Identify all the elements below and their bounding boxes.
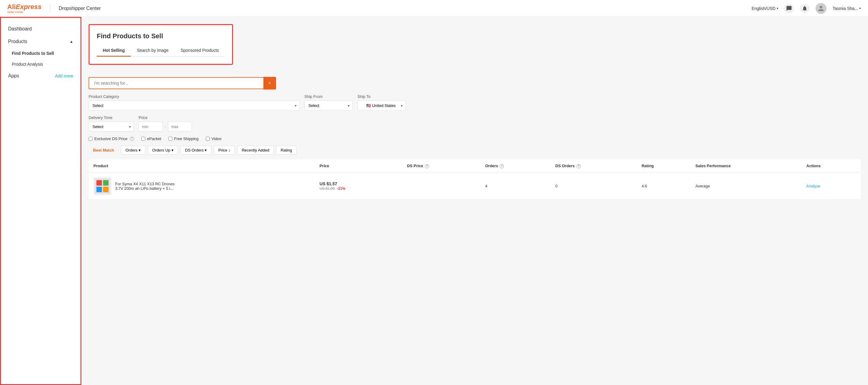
search-input[interactable] bbox=[89, 77, 264, 89]
price-cell: US $1.57 US $1.99 -21% bbox=[315, 172, 402, 199]
price-current: US $1.57 bbox=[319, 181, 397, 186]
sidebar-item-dashboard[interactable]: Dashboard bbox=[1, 23, 81, 35]
exclusive-ds-label: Exclusive DS Price bbox=[94, 136, 127, 141]
rating-cell: 4.6 bbox=[637, 172, 691, 199]
exclusive-ds-checkbox[interactable] bbox=[89, 137, 93, 141]
sort-rating[interactable]: Rating bbox=[276, 146, 297, 155]
bell-icon[interactable] bbox=[800, 4, 809, 13]
delivery-filter: Delivery Time Select bbox=[89, 116, 134, 132]
message-icon[interactable] bbox=[784, 4, 794, 13]
sidebar-item-find-products[interactable]: Find Products to Sell bbox=[1, 48, 81, 59]
price-min-input[interactable] bbox=[138, 122, 163, 132]
delivery-label: Delivery Time bbox=[89, 116, 134, 120]
video-label: Video bbox=[212, 136, 221, 141]
logo-express-text: Express bbox=[16, 3, 41, 10]
tab-sponsored-products[interactable]: Sponsored Products bbox=[175, 45, 225, 57]
ship-from-select[interactable]: Select bbox=[304, 101, 352, 110]
actions-cell: Analyze bbox=[801, 172, 861, 199]
sidebar-item-apps-row: Apps Add more bbox=[1, 70, 81, 82]
epacket-checkbox[interactable] bbox=[141, 137, 145, 141]
video-checkbox[interactable] bbox=[206, 137, 210, 141]
products-chevron-icon: ▲ bbox=[70, 39, 73, 44]
orders-help-icon: ? bbox=[500, 164, 504, 168]
ship-to-label: Ship To bbox=[358, 94, 406, 99]
orders-cell: 4 bbox=[480, 172, 551, 199]
header-title: Dropshipper Center bbox=[59, 6, 101, 11]
category-label: Product Category bbox=[89, 94, 300, 99]
search-section: Product Category Select Ship From Select bbox=[89, 77, 861, 200]
ds-orders-help-icon: ? bbox=[577, 164, 581, 168]
price-max-input[interactable] bbox=[168, 122, 192, 132]
product-cell: For Syma X4 X11 X13 RC Drones 3.7V 200m … bbox=[89, 172, 315, 199]
exclusive-ds-checkbox-item: Exclusive DS Price ? bbox=[89, 136, 134, 141]
col-orders: Orders ? bbox=[480, 159, 551, 172]
table-row: For Syma X4 X11 X13 RC Drones 3.7V 200m … bbox=[89, 172, 861, 199]
sort-orders[interactable]: Orders ▾ bbox=[121, 146, 145, 155]
orders-chevron-icon: ▾ bbox=[138, 148, 141, 153]
exclusive-ds-help-icon: ? bbox=[130, 137, 134, 141]
logo[interactable]: AliExpress Seller Center bbox=[7, 3, 41, 13]
sidebar-item-product-analysis[interactable]: Product Analysis bbox=[1, 59, 81, 70]
sidebar: Dashboard Products ▲ Find Products to Se… bbox=[0, 17, 82, 385]
avatar[interactable] bbox=[815, 3, 827, 14]
delivery-select-wrapper: Select bbox=[89, 122, 134, 132]
language-selector[interactable]: English/USD ▾ bbox=[752, 6, 778, 11]
header-right: English/USD ▾ Tasmia Sha... ▾ bbox=[752, 3, 861, 14]
category-select-wrapper: Select bbox=[89, 101, 300, 110]
price-discount: -21% bbox=[337, 187, 345, 191]
table-header-row: Product Price DS Price ? Orders ? bbox=[89, 159, 861, 172]
checkboxes-row: Exclusive DS Price ? ePacket Free Shippi… bbox=[89, 136, 861, 141]
sales-performance-cell: Average bbox=[690, 172, 801, 199]
sort-ds-orders[interactable]: DS Orders ▾ bbox=[181, 146, 211, 155]
analyze-link[interactable]: Analyze bbox=[806, 184, 820, 188]
price-inputs: - bbox=[138, 122, 192, 132]
free-shipping-checkbox-item: Free Shipping bbox=[168, 136, 198, 141]
price-separator: - bbox=[164, 124, 166, 129]
tab-search-by-image[interactable]: Search by image bbox=[131, 45, 175, 57]
apps-label[interactable]: Apps bbox=[8, 73, 19, 78]
col-ds-price: DS Price ? bbox=[402, 159, 480, 172]
sidebar-item-products[interactable]: Products ▲ bbox=[1, 35, 81, 48]
ship-to-select[interactable]: 🇺🇸 United States bbox=[358, 101, 406, 110]
delivery-select[interactable]: Select bbox=[89, 122, 134, 132]
products-label: Products bbox=[8, 39, 27, 44]
sort-orders-up[interactable]: Orders Up ▾ bbox=[148, 146, 178, 155]
user-menu[interactable]: Tasmia Sha... ▾ bbox=[832, 6, 861, 11]
svg-rect-3 bbox=[103, 180, 108, 186]
ds-orders-chevron-icon: ▾ bbox=[205, 148, 207, 153]
user-name: Tasmia Sha... bbox=[832, 6, 858, 11]
price-label: Price bbox=[138, 116, 192, 120]
ds-price-help-icon: ? bbox=[425, 164, 429, 168]
logo-seller-text: Seller Center bbox=[7, 11, 41, 13]
sort-recently-added[interactable]: Recently Added bbox=[237, 146, 274, 155]
sort-best-match[interactable]: Best Match bbox=[89, 146, 119, 155]
page-title: Find Products to Sell bbox=[97, 32, 225, 40]
tab-hot-selling[interactable]: Hot Selling bbox=[97, 45, 131, 57]
category-select[interactable]: Select bbox=[89, 101, 300, 110]
header-left: AliExpress Seller Center Dropshipper Cen… bbox=[7, 3, 101, 13]
category-filter: Product Category Select bbox=[89, 94, 300, 110]
ship-to-filter: Ship To 🇺🇸 United States bbox=[358, 94, 406, 110]
ship-from-label: Ship From bbox=[304, 94, 352, 99]
product-thumbnail bbox=[93, 177, 112, 195]
ship-from-filter: Ship From Select bbox=[304, 94, 352, 110]
user-chevron-icon: ▾ bbox=[859, 7, 861, 10]
video-checkbox-item: Video bbox=[206, 136, 221, 141]
find-products-label: Find Products to Sell bbox=[12, 51, 54, 56]
add-more-link[interactable]: Add more bbox=[55, 73, 73, 78]
products-table: Product Price DS Price ? Orders ? bbox=[89, 159, 861, 200]
product-name: For Syma X4 X11 X13 RC Drones 3.7V 200m … bbox=[115, 182, 176, 191]
search-button[interactable] bbox=[264, 77, 276, 90]
product-image bbox=[95, 179, 110, 194]
filters-row-1: Product Category Select Ship From Select bbox=[89, 94, 861, 110]
svg-rect-2 bbox=[96, 187, 102, 192]
ds-orders-cell: 0 bbox=[551, 172, 637, 199]
dashboard-label: Dashboard bbox=[8, 26, 32, 32]
col-product: Product bbox=[89, 159, 315, 172]
search-bar bbox=[89, 77, 861, 90]
price-filter: Price - bbox=[138, 116, 192, 132]
search-icon bbox=[268, 81, 271, 86]
sort-price[interactable]: Price ↕ bbox=[214, 146, 235, 155]
ship-from-select-wrapper: Select bbox=[304, 101, 352, 110]
free-shipping-checkbox[interactable] bbox=[168, 137, 173, 141]
